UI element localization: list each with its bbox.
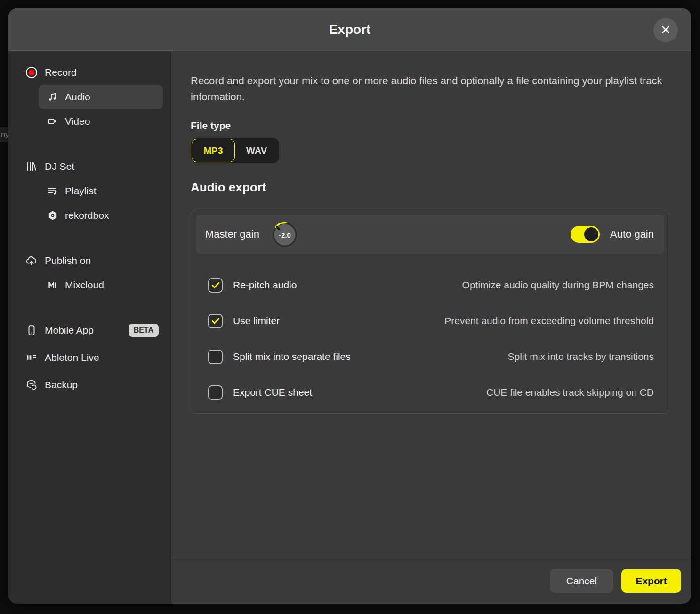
- file-type-option-wav[interactable]: WAV: [235, 139, 278, 162]
- rekordbox-icon: [47, 210, 58, 221]
- sidebar-item-backup[interactable]: Backup: [8, 373, 171, 397]
- export-cue-sheet-checkbox[interactable]: [208, 385, 223, 400]
- close-icon: [660, 24, 671, 36]
- option-row-export-cue-sheet: Export CUE sheet CUE file enables track …: [196, 375, 664, 410]
- sidebar-item-label: rekordbox: [65, 210, 109, 221]
- record-icon: [25, 66, 38, 79]
- mobile-phone-icon: [25, 324, 38, 336]
- option-description: Split mix into tracks by transitions: [508, 351, 654, 362]
- sidebar-item-publish-on[interactable]: Publish on: [8, 248, 171, 273]
- sidebar-item-dj-set[interactable]: DJ Set: [8, 154, 171, 179]
- sidebar-item-label: Mobile App: [45, 325, 94, 336]
- sidebar-item-mobile-app[interactable]: Mobile App BETA: [8, 318, 171, 343]
- export-options-list: Re-pitch audio Optimize audio quality du…: [196, 267, 664, 410]
- screen: ny Export Record Audio: [0, 0, 700, 614]
- split-mix-checkbox[interactable]: [208, 350, 223, 364]
- dialog-title: Export: [8, 8, 691, 51]
- sidebar-item-ableton-live[interactable]: Ableton Live: [8, 345, 171, 370]
- export-dialog: Export Record Audio: [8, 8, 691, 604]
- audio-export-heading: Audio export: [191, 180, 670, 195]
- auto-gain-label: Auto gain: [610, 228, 654, 240]
- option-row-split-mix: Split mix into separate files Split mix …: [196, 339, 664, 375]
- sidebar-item-label: Record: [45, 67, 77, 78]
- sidebar-item-label: Mixcloud: [65, 279, 104, 291]
- dialog-header: Export: [8, 8, 691, 51]
- cloud-upload-icon: [25, 255, 38, 267]
- option-description: CUE file enables track skipping on CD: [486, 387, 654, 398]
- sidebar-item-playlist[interactable]: Playlist: [39, 179, 163, 203]
- option-label: Use limiter: [233, 315, 280, 327]
- master-gain-row: Master gain -2.0 Auto gain: [196, 215, 664, 254]
- sidebar-item-record[interactable]: Record: [8, 60, 171, 85]
- music-note-icon: [47, 91, 58, 103]
- sidebar-item-video[interactable]: Video: [39, 109, 163, 134]
- audio-export-panel: Master gain -2.0 Auto gain: [191, 210, 669, 414]
- sidebar-item-label: Publish on: [45, 255, 91, 266]
- sidebar-item-label: Playlist: [65, 185, 97, 197]
- option-label: Split mix into separate files: [233, 351, 351, 362]
- backup-icon: [25, 379, 38, 391]
- playlist-icon: [47, 185, 58, 197]
- sidebar-item-label: Ableton Live: [45, 352, 99, 363]
- file-type-option-mp3[interactable]: MP3: [192, 139, 235, 162]
- re-pitch-audio-checkbox[interactable]: [208, 278, 223, 293]
- toggle-thumb: [584, 227, 598, 241]
- ableton-live-icon: [25, 351, 38, 364]
- video-camera-icon: [47, 116, 58, 127]
- option-label: Export CUE sheet: [233, 387, 312, 398]
- sidebar-item-label: Video: [65, 116, 90, 127]
- file-type-label: File type: [191, 120, 670, 131]
- sidebar-item-label: Backup: [45, 379, 78, 391]
- auto-gain-toggle[interactable]: [571, 226, 600, 243]
- sidebar: Record Audio Video DJ Set: [8, 51, 171, 604]
- main-content: Record and export your mix to one or mor…: [172, 51, 691, 558]
- library-icon: [25, 160, 38, 173]
- option-row-use-limiter: Use limiter Prevent audio from exceeding…: [196, 303, 664, 339]
- sidebar-item-rekordbox[interactable]: rekordbox: [39, 203, 163, 228]
- beta-badge: BETA: [129, 324, 159, 337]
- file-type-segmented-control: MP3 WAV: [191, 138, 279, 163]
- sidebar-item-audio[interactable]: Audio: [39, 85, 163, 109]
- cancel-button[interactable]: Cancel: [550, 569, 613, 593]
- dialog-footer: Cancel Export: [172, 558, 691, 604]
- mixcloud-icon: [47, 279, 58, 291]
- checkmark-icon: [210, 316, 221, 326]
- checkmark-icon: [210, 280, 221, 290]
- master-gain-label: Master gain: [205, 228, 259, 240]
- export-button[interactable]: Export: [621, 569, 681, 593]
- description-text: Record and export your mix to one or mor…: [191, 73, 670, 105]
- sidebar-item-label: DJ Set: [45, 161, 74, 172]
- option-description: Optimize audio quality during BPM change…: [462, 279, 654, 291]
- option-description: Prevent audio from exceeding volume thre…: [444, 315, 654, 327]
- sidebar-item-mixcloud[interactable]: Mixcloud: [39, 273, 163, 297]
- close-button[interactable]: [653, 18, 678, 42]
- option-label: Re-pitch audio: [233, 279, 297, 291]
- sidebar-item-label: Audio: [65, 91, 90, 103]
- master-gain-value: -2.0: [279, 231, 291, 239]
- use-limiter-checkbox[interactable]: [208, 314, 223, 328]
- master-gain-knob[interactable]: -2.0: [272, 221, 298, 247]
- option-row-re-pitch-audio: Re-pitch audio Optimize audio quality du…: [196, 267, 664, 303]
